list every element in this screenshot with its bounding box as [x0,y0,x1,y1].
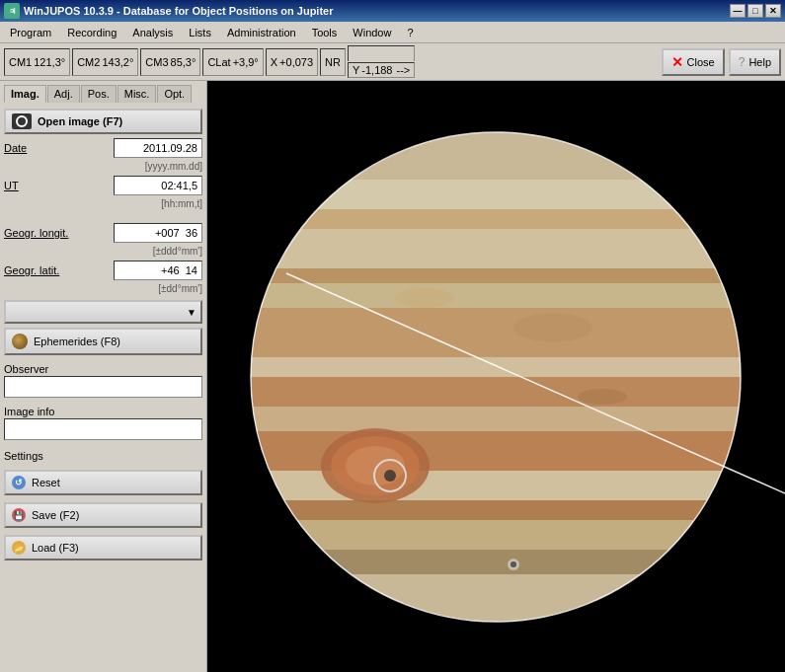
x-cell: X +0,073 [266,48,318,76]
clat-label: CLat [207,56,230,68]
longit-input[interactable] [114,223,202,243]
close-button[interactable]: ✕ Close [662,48,725,76]
longit-label: Geogr. longit. [4,227,68,239]
date-input[interactable] [114,138,202,158]
help-label: Help [748,56,771,68]
toolbar-buttons: ✕ Close ? Help [662,48,781,76]
svg-rect-9 [251,357,741,377]
menu-lists[interactable]: Lists [181,22,219,42]
svg-rect-8 [251,308,741,357]
x-label: X [271,56,277,68]
svg-rect-6 [251,268,741,283]
ephemerides-label: Ephemerides (F8) [34,336,120,347]
save-icon: 💾 [12,508,26,522]
menu-help[interactable]: ? [399,22,421,42]
open-image-label: Open image (F7) [38,115,122,127]
svg-point-24 [384,470,396,482]
load-icon: 📂 [12,541,26,555]
menu-analysis[interactable]: Analysis [124,22,181,42]
svg-rect-11 [251,407,741,431]
cm3-label: CM3 [145,56,168,68]
help-button[interactable]: ? Help [729,48,781,76]
cm2-value: 143,2° [102,56,133,68]
date-label: Date [4,142,27,154]
svg-rect-14 [251,500,741,520]
tab-row: Imag. Adj. Pos. Misc. Opt. [4,85,202,103]
help-icon: ? [739,55,746,69]
observer-label: Observer [4,363,202,375]
ut-label: UT [4,180,19,191]
y-value: -1,188 [361,64,392,76]
cm1-value: 121,3° [34,56,65,68]
date-hint: [yyyy.mm.dd] [4,161,202,172]
maximize-button[interactable]: □ [747,4,763,18]
close-icon: ✕ [671,54,683,70]
cm1-cell: CM1 121,3° [4,48,70,76]
svg-rect-15 [251,520,741,550]
cm1-label: CM1 [9,56,32,68]
ut-input[interactable] [114,176,202,195]
svg-rect-4 [251,209,741,229]
image-info-input[interactable] [4,418,202,440]
image-info-group: Image info [4,402,202,440]
observer-group: Observer [4,359,202,398]
left-panel: Imag. Adj. Pos. Misc. Opt. Open image (F… [0,81,207,672]
cm3-cell: CM3 85,3° [140,48,200,76]
menu-program[interactable]: Program [2,22,59,42]
app-icon: ♃ [4,3,20,19]
svg-point-22 [578,389,627,405]
cm3-value: 85,3° [171,56,196,68]
nr-cell: NR [320,48,346,76]
ut-hint: [hh:mm,t] [4,198,202,209]
y-label: Y [353,64,359,76]
menu-recording[interactable]: Recording [59,22,124,42]
observer-input[interactable] [4,376,202,398]
menu-window[interactable]: Window [345,22,399,42]
longit-group: Geogr. longit. [±ddd°mm'] [4,223,202,257]
tab-imag[interactable]: Imag. [4,85,46,103]
open-image-button[interactable]: Open image (F7) [4,109,202,134]
y-bottom-row: Y -1,188 --> [348,62,415,78]
menu-bar: Program Recording Analysis Lists Adminis… [0,22,785,43]
dropdown-button[interactable]: ▼ [4,300,202,324]
tab-opt[interactable]: Opt. [157,85,192,103]
chevron-down-icon: ▼ [187,307,196,318]
y-top-row [348,45,415,61]
latit-label: Geogr. latit. [4,264,59,276]
cm2-cell: CM2 143,2° [72,48,138,76]
tab-pos[interactable]: Pos. [81,85,117,103]
longit-hint: [±ddd°mm'] [4,246,202,257]
camera-icon [12,113,32,129]
close-window-button[interactable]: ✕ [765,4,781,18]
arrow-icon: --> [397,64,411,76]
menu-tools[interactable]: Tools [304,22,346,42]
tab-adj[interactable]: Adj. [47,85,80,103]
svg-point-21 [395,288,454,308]
toolbar-info: CM1 121,3° CM2 143,2° CM3 85,3° CLat +3,… [4,45,660,78]
toolbar: CM1 121,3° CM2 143,2° CM3 85,3° CLat +3,… [0,43,785,81]
save-button[interactable]: 💾 Save (F2) [4,502,202,528]
load-label: Load (F3) [32,542,79,554]
title-bar: ♃ WinJUPOS 10.3.9 - Database for Object … [0,0,785,22]
nr-label: NR [325,56,341,68]
svg-rect-7 [251,283,741,308]
tab-misc[interactable]: Misc. [118,85,157,103]
cm2-label: CM2 [77,56,100,68]
svg-rect-5 [251,229,741,268]
reset-label: Reset [32,477,60,488]
menu-administration[interactable]: Administration [219,22,304,42]
jupiter-view: N P [207,81,785,672]
ut-group: UT [hh:mm,t] [4,176,202,209]
planet-icon [12,334,28,349]
minimize-button[interactable]: — [730,4,746,18]
ephemerides-button[interactable]: Ephemerides (F8) [4,328,202,355]
x-value: +0,073 [279,56,313,68]
date-group: Date [yyyy.mm.dd] [4,138,202,172]
latit-input[interactable] [114,261,202,280]
window-controls: — □ ✕ [730,4,781,18]
reset-icon: ↺ [12,476,26,489]
clat-value: +3,9° [233,56,259,68]
image-info-label: Image info [4,406,202,417]
reset-button[interactable]: ↺ Reset [4,470,202,495]
load-button[interactable]: 📂 Load (F3) [4,535,202,560]
